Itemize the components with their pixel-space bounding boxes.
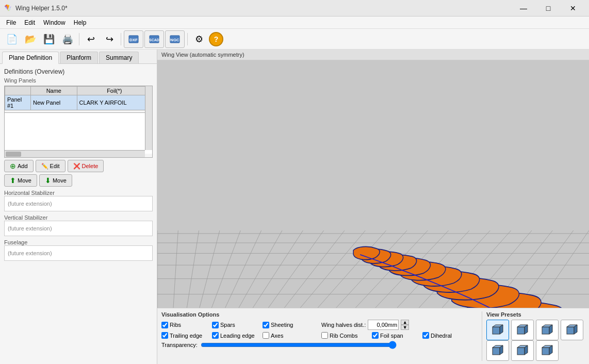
- wing-halves-input[interactable]: [368, 320, 399, 330]
- help-button[interactable]: ?: [209, 32, 223, 46]
- delete-button[interactable]: ❌ Delete: [68, 160, 104, 172]
- close-button[interactable]: ✕: [561, 0, 585, 16]
- scroll-thumb[interactable]: [6, 152, 21, 157]
- window-title: Wing Helper 1.5.0*: [15, 5, 68, 12]
- preset-button-3[interactable]: [536, 320, 559, 340]
- leading-edge-checkbox[interactable]: [212, 332, 219, 339]
- wing-panels-label: Wing Panels: [4, 77, 153, 84]
- tab-summary[interactable]: Summary: [99, 52, 139, 63]
- bottom-options-area: Visualisation Options Ribs Spars Shee: [161, 311, 585, 361]
- menu-edit[interactable]: Edit: [20, 18, 39, 27]
- view-presets-section: View Presets: [482, 311, 585, 361]
- move-up-button[interactable]: ⬆ Move: [4, 174, 37, 187]
- preset-row-2: [486, 340, 585, 361]
- checkbox-axes[interactable]: Axes: [263, 332, 309, 339]
- wing-panels-table: Name Foil(*) Panel #1 New Panel CLARK Y …: [5, 86, 152, 110]
- checkbox-spars[interactable]: Spars: [212, 322, 258, 328]
- checkbox-foil-span[interactable]: Foil span: [372, 332, 418, 339]
- add-icon: ⊕: [10, 162, 16, 170]
- preset-button-6[interactable]: [511, 340, 534, 361]
- settings-button[interactable]: ⚙: [190, 30, 208, 48]
- preset-2-icon: [515, 323, 530, 337]
- view-title: Wing View (automatic symmetry): [157, 49, 589, 60]
- preset-4-icon: [565, 323, 579, 337]
- vert-stab-section: Vertical Stabilizer (future extension): [4, 214, 153, 236]
- cell-panel-name: New Panel: [31, 95, 77, 110]
- checkbox-leading-edge[interactable]: Leading edge: [212, 332, 258, 339]
- checkbox-dihedral[interactable]: Dihedral: [422, 332, 469, 339]
- view-3d[interactable]: [157, 60, 589, 308]
- print-button[interactable]: 🖨️: [59, 30, 76, 48]
- ngc-button[interactable]: NGC: [165, 30, 185, 48]
- trailing-edge-label: Trailing edge: [170, 333, 202, 339]
- svg-rect-45: [567, 327, 574, 334]
- preset-7-icon: [540, 343, 554, 358]
- checkbox-trailing-edge[interactable]: Trailing edge: [161, 332, 208, 339]
- preset-1-icon: [490, 323, 505, 337]
- foil-span-checkbox[interactable]: [372, 332, 379, 339]
- scad-button[interactable]: SCAD: [144, 30, 164, 48]
- ngc-icon: NGC: [170, 35, 180, 43]
- col-name: Name: [31, 87, 77, 95]
- preset-5-icon: [490, 343, 505, 358]
- main-content: Plane Definition Planform Summary Defini…: [0, 49, 589, 364]
- svg-rect-39: [517, 327, 525, 334]
- preset-button-4[interactable]: [561, 320, 583, 340]
- menu-bar: File Edit Window Help: [0, 16, 589, 29]
- toolbar: 📄 📂 💾 🖨️ ↩ ↪ DXF SCAD NGC ⚙ ?: [0, 29, 589, 49]
- move-down-button[interactable]: ⬇ Move: [39, 174, 72, 187]
- checkbox-sheeting[interactable]: Sheeting: [263, 322, 309, 328]
- trailing-edge-checkbox[interactable]: [161, 332, 168, 339]
- scrollbar-horizontal[interactable]: [5, 150, 145, 157]
- axes-checkbox[interactable]: [263, 332, 269, 339]
- minimize-button[interactable]: —: [512, 0, 535, 16]
- open-button[interactable]: 📂: [22, 30, 39, 48]
- tab-planform[interactable]: Planform: [60, 52, 98, 63]
- spars-checkbox[interactable]: [212, 322, 219, 328]
- save-button[interactable]: 💾: [40, 30, 58, 48]
- edit-button[interactable]: ✏️ Edit: [36, 160, 66, 172]
- checkbox-ribs[interactable]: Ribs: [161, 322, 208, 328]
- maximize-button[interactable]: □: [536, 0, 560, 16]
- new-button[interactable]: 📄: [3, 30, 21, 48]
- bottom-panel: Visualisation Options Ribs Spars Shee: [157, 308, 589, 364]
- rib-combs-checkbox[interactable]: [321, 332, 328, 339]
- scrollbar-vertical[interactable]: [145, 86, 152, 150]
- sheeting-checkbox[interactable]: [263, 322, 269, 328]
- fuselage-content: (future extension): [4, 245, 153, 261]
- preset-button-5[interactable]: [486, 340, 509, 361]
- foil-span-label: Foil span: [380, 333, 403, 339]
- table-row[interactable]: Panel #1 New Panel CLARK Y AIRFOIL: [5, 95, 152, 110]
- ribs-label: Ribs: [170, 322, 181, 328]
- redo-button[interactable]: ↪: [101, 30, 118, 48]
- delete-icon: ❌: [73, 163, 80, 170]
- transparency-label: Transparency:: [161, 342, 198, 348]
- spin-down[interactable]: ▼: [401, 325, 409, 330]
- dxf-button[interactable]: DXF: [124, 30, 143, 48]
- menu-window[interactable]: Window: [39, 18, 70, 27]
- menu-help[interactable]: Help: [70, 18, 91, 27]
- checkbox-rib-combs[interactable]: Rib Combs: [321, 332, 368, 339]
- dihedral-checkbox[interactable]: [422, 332, 429, 339]
- svg-rect-51: [517, 348, 525, 355]
- preset-3-icon: [540, 323, 554, 337]
- ribs-checkbox[interactable]: [161, 322, 168, 328]
- cell-panel-num: Panel #1: [5, 95, 31, 110]
- window-controls: — □ ✕: [512, 0, 585, 16]
- undo-button[interactable]: ↩: [82, 30, 100, 48]
- spin-buttons: ▲ ▼: [401, 320, 409, 330]
- preset-button-7[interactable]: [536, 340, 559, 361]
- edit-icon: ✏️: [41, 163, 48, 170]
- preset-button-2[interactable]: [511, 320, 534, 340]
- transparency-slider[interactable]: [201, 341, 397, 349]
- menu-file[interactable]: File: [2, 18, 20, 27]
- tab-plane-definition[interactable]: Plane Definition: [2, 52, 59, 64]
- dxf-icon: DXF: [128, 35, 139, 43]
- tab-bar: Plane Definition Planform Summary: [0, 49, 157, 64]
- add-button[interactable]: ⊕ Add: [4, 160, 34, 172]
- svg-text:SCAD: SCAD: [149, 38, 159, 42]
- wing-panels-table-wrapper: Name Foil(*) Panel #1 New Panel CLARK Y …: [4, 86, 153, 158]
- spin-up[interactable]: ▲: [401, 320, 409, 325]
- preset-button-1[interactable]: [486, 320, 509, 340]
- toolbar-sep-3: [187, 33, 188, 45]
